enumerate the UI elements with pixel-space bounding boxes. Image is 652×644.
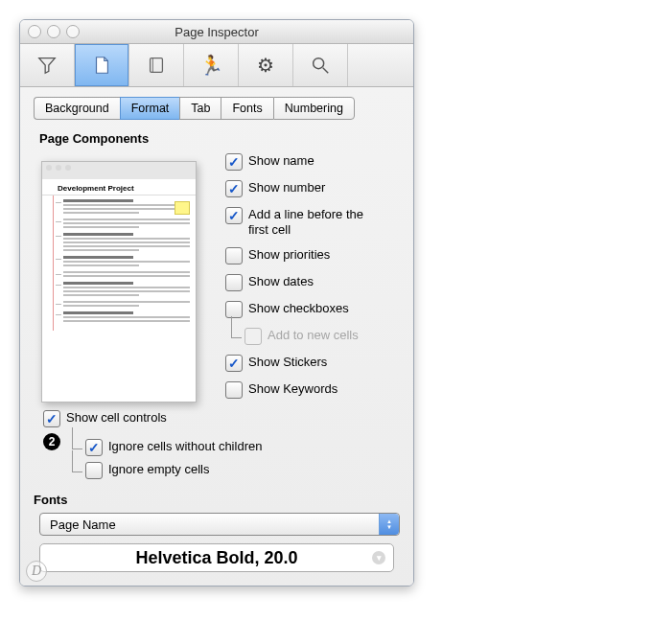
preview-title: Development Project xyxy=(42,179,196,196)
checkbox-icon xyxy=(244,328,262,345)
tab-background[interactable]: Background xyxy=(34,97,120,120)
minimize-icon[interactable] xyxy=(47,25,60,38)
toolbar-book[interactable] xyxy=(129,44,184,86)
check-show-priorities[interactable]: Show priorities xyxy=(225,247,383,264)
check-show-keywords[interactable]: Show Keywords xyxy=(225,381,383,399)
checkbox-icon[interactable] xyxy=(225,207,243,224)
cell-controls-block: Show cell controls 2 Ignore cells withou… xyxy=(43,410,400,479)
toolbar-funnel[interactable] xyxy=(20,44,75,86)
checkbox-icon[interactable] xyxy=(85,439,103,456)
titlebar: Page Inspector xyxy=(20,20,413,44)
check-show-name[interactable]: Show name xyxy=(225,153,383,171)
corner-d-icon: D xyxy=(26,561,47,582)
font-sample-text: Helvetica Bold, 20.0 xyxy=(135,548,297,568)
checkbox-icon[interactable] xyxy=(85,462,103,479)
check-ignore-empty[interactable]: Ignore empty cells xyxy=(85,462,262,479)
toolbar-search[interactable] xyxy=(293,44,348,86)
zoom-icon[interactable] xyxy=(66,25,80,38)
chevrons-icon xyxy=(379,514,399,535)
check-add-line[interactable]: Add a line before the first cell xyxy=(225,207,383,238)
page-preview: Development Project — — — — — — — — xyxy=(41,161,197,402)
content: Background Format Tab Fonts Numbering Pa… xyxy=(20,87,413,586)
funnel-icon xyxy=(36,55,58,76)
svg-point-2 xyxy=(314,58,324,69)
check-show-dates[interactable]: Show dates xyxy=(225,274,383,291)
sticker-icon xyxy=(175,201,190,215)
tabs: Background Format Tab Fonts Numbering xyxy=(34,97,400,120)
tab-numbering[interactable]: Numbering xyxy=(273,97,355,120)
toolbar-page[interactable] xyxy=(75,44,129,86)
gear-icon: ⚙ xyxy=(257,54,274,77)
tab-tab[interactable]: Tab xyxy=(179,97,221,120)
tab-fonts[interactable]: Fonts xyxy=(221,97,272,120)
runner-icon: 🏃 xyxy=(199,54,223,77)
checkbox-icon[interactable] xyxy=(225,180,243,197)
font-target-popup[interactable]: Page Name xyxy=(39,513,400,536)
font-sample[interactable]: Helvetica Bold, 20.0 ▾ xyxy=(39,543,394,572)
popup-value: Page Name xyxy=(50,518,116,532)
page-icon xyxy=(91,55,112,76)
checkbox-icon[interactable] xyxy=(225,355,243,372)
book-icon xyxy=(146,55,167,76)
check-show-cell-controls[interactable]: Show cell controls xyxy=(43,410,400,427)
toolbar: 🏃 ⚙ xyxy=(20,44,413,87)
svg-rect-0 xyxy=(151,58,163,73)
checkbox-icon[interactable] xyxy=(225,153,243,171)
checkbox-icon[interactable] xyxy=(225,381,243,399)
check-show-number[interactable]: Show number xyxy=(225,180,383,197)
inspector-window: Page Inspector 🏃 ⚙ Background Format Tab… xyxy=(19,19,414,586)
search-icon xyxy=(310,55,331,76)
check-add-to-new-cells: Add to new cells xyxy=(244,328,383,345)
checkbox-icon[interactable] xyxy=(225,274,243,291)
svg-line-3 xyxy=(323,68,329,74)
page-components-heading: Page Components xyxy=(39,131,400,146)
traffic-lights xyxy=(28,25,80,38)
toolbar-gear[interactable]: ⚙ xyxy=(239,44,293,86)
fonts-heading: Fonts xyxy=(34,493,400,507)
checkbox-column: Show name Show number Add a line before … xyxy=(225,153,383,399)
fonts-section: Fonts Page Name Helvetica Bold, 20.0 ▾ xyxy=(34,493,400,572)
check-ignore-no-children[interactable]: Ignore cells without children xyxy=(85,439,262,456)
close-icon[interactable] xyxy=(28,25,41,38)
page-components: Development Project — — — — — — — — xyxy=(34,151,400,402)
checkbox-icon[interactable] xyxy=(43,410,60,427)
checkbox-icon[interactable] xyxy=(225,247,243,264)
font-clear-icon[interactable]: ▾ xyxy=(372,551,385,564)
check-show-checkboxes[interactable]: Show checkboxes xyxy=(225,301,383,318)
toolbar-runner[interactable]: 🏃 xyxy=(184,44,239,86)
step-badge-2: 2 xyxy=(43,433,60,450)
tab-format[interactable]: Format xyxy=(120,97,180,120)
check-show-stickers[interactable]: Show Stickers xyxy=(225,355,383,372)
